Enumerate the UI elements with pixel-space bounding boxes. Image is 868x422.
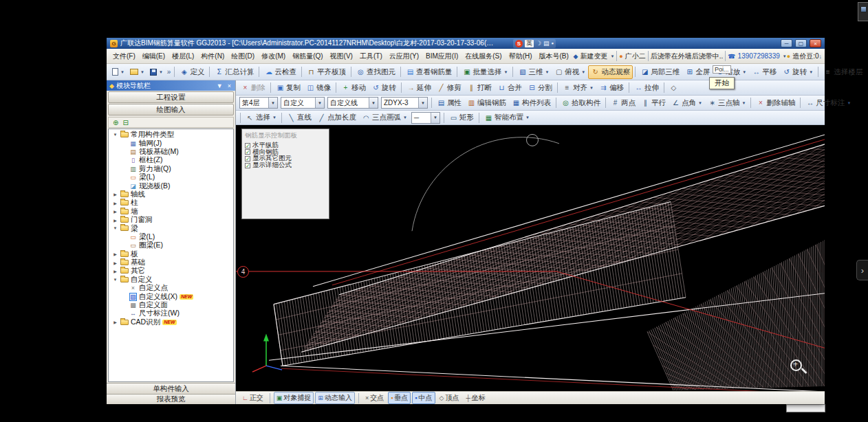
- tree-node-wall-folder[interactable]: ▶墙: [109, 208, 233, 216]
- tree-node-slab-folder[interactable]: ▶板: [109, 249, 233, 258]
- save-button[interactable]: ▼: [147, 67, 166, 78]
- combo-arrow-icon[interactable]: ▼: [369, 98, 378, 108]
- tree-node-custom-point[interactable]: ×自定义点: [109, 284, 233, 292]
- ime-logo-icon[interactable]: S: [515, 40, 523, 47]
- ime-toolbox-icon[interactable]: ▪: [552, 40, 554, 47]
- expander-closed-icon[interactable]: ▶: [112, 252, 118, 256]
- tree-node-dimension[interactable]: ↔尺寸标注(W): [109, 309, 233, 318]
- ime-language-badge[interactable]: 英: [525, 40, 534, 47]
- rotate-button[interactable]: ↺旋转▼: [779, 65, 816, 79]
- expander-closed-icon[interactable]: ▶: [112, 192, 118, 197]
- edit-rebar-button[interactable]: ▥编辑钢筋: [464, 96, 509, 110]
- menu-cloud[interactable]: 云应用(Y): [386, 50, 422, 63]
- new-file-button[interactable]: ▼: [109, 66, 127, 78]
- pick-component-button[interactable]: ◎拾取构件: [558, 96, 603, 110]
- collapse-all-icon[interactable]: ⊟: [122, 119, 128, 126]
- menu-version[interactable]: 版本号(B): [536, 50, 572, 63]
- tree-node-ring-beam[interactable]: ▭圈梁(E): [109, 241, 233, 249]
- expander-open-icon[interactable]: ▼: [112, 278, 118, 282]
- combo-arrow-icon[interactable]: ▼: [431, 113, 440, 123]
- new-change-button[interactable]: ◆ 新建变更▼: [573, 52, 614, 61]
- checkbox-checked-icon[interactable]: ✓: [245, 156, 250, 162]
- vertex-snap-toggle[interactable]: ◇顶点: [437, 392, 462, 404]
- element-selector[interactable]: ZDYX-3▼: [381, 97, 428, 109]
- view-3d-button[interactable]: ▧三维▼: [515, 65, 552, 79]
- tree-node-shear-wall[interactable]: ▥剪力墙(Q): [109, 165, 233, 173]
- tree-node-cast-slab[interactable]: ◪现浇板(B): [109, 181, 233, 190]
- three-point-arc-button[interactable]: ◠三点画弧▼: [359, 111, 410, 124]
- top-view-button[interactable]: ▢俯视▼: [552, 65, 588, 79]
- intersection-snap-toggle[interactable]: ×交点: [362, 392, 387, 404]
- move-button[interactable]: +移动: [338, 81, 369, 95]
- point-length-button[interactable]: ╱点加长度: [314, 111, 359, 124]
- expander-closed-icon[interactable]: ▶: [112, 260, 118, 265]
- subtype-selector[interactable]: 自定义线▼: [327, 97, 378, 109]
- draw-input-button[interactable]: 绘图输入: [108, 104, 234, 115]
- select-floor-button[interactable]: ≡选择楼层: [821, 65, 865, 79]
- pan-button[interactable]: ↔平移: [749, 65, 779, 79]
- assistant-button[interactable]: ● 广小二: [619, 52, 645, 61]
- fullscreen-button[interactable]: ⊞全屏: [682, 65, 713, 79]
- copy-button[interactable]: ▣复制: [273, 81, 303, 95]
- tree-node-beam-shortcut[interactable]: ▭梁(L): [109, 173, 233, 181]
- report-preview-button[interactable]: 报表预览: [107, 394, 235, 404]
- menu-edit[interactable]: 编辑(E): [139, 50, 169, 63]
- sidebar-close-icon[interactable]: ×: [226, 82, 232, 89]
- menu-online[interactable]: 在线服务(S): [462, 50, 505, 63]
- define-button[interactable]: ◈定义: [177, 65, 207, 79]
- expander-closed-icon[interactable]: ▶: [112, 201, 118, 206]
- menu-component[interactable]: 构件(N): [197, 50, 228, 63]
- summary-calc-button[interactable]: Σ汇总计算: [212, 65, 257, 79]
- break-button[interactable]: ∥打断: [464, 81, 495, 95]
- minimize-button[interactable]: ─: [781, 39, 792, 47]
- select-tool-button[interactable]: ↖选择▼: [243, 111, 279, 124]
- service-phone[interactable]: ☎ 13907298339▼: [728, 52, 786, 60]
- trim-button[interactable]: ╱修剪: [434, 81, 464, 95]
- line-style-selector[interactable]: ─▼: [411, 112, 440, 124]
- tree-node-beam-folder[interactable]: ▼梁: [109, 224, 233, 232]
- menu-floor[interactable]: 楼层(L): [169, 50, 197, 63]
- tree-node-beam[interactable]: ▭梁(L): [109, 233, 233, 241]
- news-ticker[interactable]: 后浇带在外墙后浇带中..: [651, 52, 724, 61]
- properties-button[interactable]: ▤属性: [434, 96, 464, 110]
- expander-closed-icon[interactable]: ▶: [112, 269, 118, 274]
- project-settings-button[interactable]: 工程设置: [108, 91, 234, 103]
- dimension-button[interactable]: ↔尺寸标注▼: [803, 96, 854, 110]
- maximize-button[interactable]: ▢: [795, 39, 807, 47]
- midpoint-snap-toggle[interactable]: ▪中点: [412, 392, 435, 404]
- rotate-edit-button[interactable]: ↺旋转: [369, 81, 399, 95]
- split-button[interactable]: ⊟分割: [525, 81, 555, 95]
- menu-draw[interactable]: 绘图(D): [228, 50, 258, 63]
- extend-button[interactable]: →延伸: [404, 81, 434, 95]
- download-button[interactable]: ↓: [819, 53, 823, 60]
- rectangle-tool-button[interactable]: ▭矩形: [446, 111, 477, 124]
- floor-selector[interactable]: 第4层▼: [239, 97, 278, 109]
- set-grips-button[interactable]: ◇: [666, 82, 682, 93]
- delete-button[interactable]: ×删除: [238, 81, 268, 95]
- expander-open-icon[interactable]: ▼: [112, 133, 118, 137]
- open-file-button[interactable]: ▼: [127, 67, 147, 77]
- rebar-option-show-formula[interactable]: ✓显示详细公式: [242, 162, 329, 169]
- parallel-axis-button[interactable]: ∥平行: [638, 96, 669, 110]
- cloud-check-button[interactable]: ☁云检查: [261, 65, 299, 79]
- align-button[interactable]: ≡对齐▼: [560, 81, 596, 95]
- expand-all-icon[interactable]: ⊕: [113, 119, 118, 126]
- menu-rebar[interactable]: 钢筋量(Q): [289, 50, 326, 63]
- menu-help[interactable]: 帮助(H): [506, 50, 536, 63]
- expander-closed-icon[interactable]: ▶: [112, 209, 118, 214]
- menu-bim[interactable]: BIM应用(I): [422, 50, 462, 63]
- tree-node-custom-line[interactable]: ▨自定义线(X)NEW: [109, 292, 233, 300]
- expander-closed-icon[interactable]: ▶: [112, 320, 118, 324]
- line-tool-button[interactable]: ╲直线: [284, 111, 314, 124]
- cost-beans[interactable]: ● 造价豆:0: [787, 52, 819, 61]
- three-point-axis-button[interactable]: ∗三点轴▼: [705, 96, 748, 110]
- tree-node-other-folder[interactable]: ▶其它: [109, 267, 233, 275]
- panel-expander[interactable]: ›: [856, 260, 868, 280]
- tree-node-raft-foundation[interactable]: ▤筏板基础(M): [109, 148, 233, 156]
- perpendicular-snap-toggle[interactable]: ▪垂点: [388, 392, 411, 404]
- delete-aux-axis-button[interactable]: ×删除辅轴: [753, 96, 798, 110]
- point-angle-button[interactable]: ∠点角▼: [669, 96, 705, 110]
- smart-layout-button[interactable]: ▦智能布置▼: [481, 111, 532, 124]
- tree-node-foundation-folder[interactable]: ▶基础: [109, 258, 233, 267]
- tree-node-frame-column[interactable]: ▯框柱(Z): [109, 156, 233, 164]
